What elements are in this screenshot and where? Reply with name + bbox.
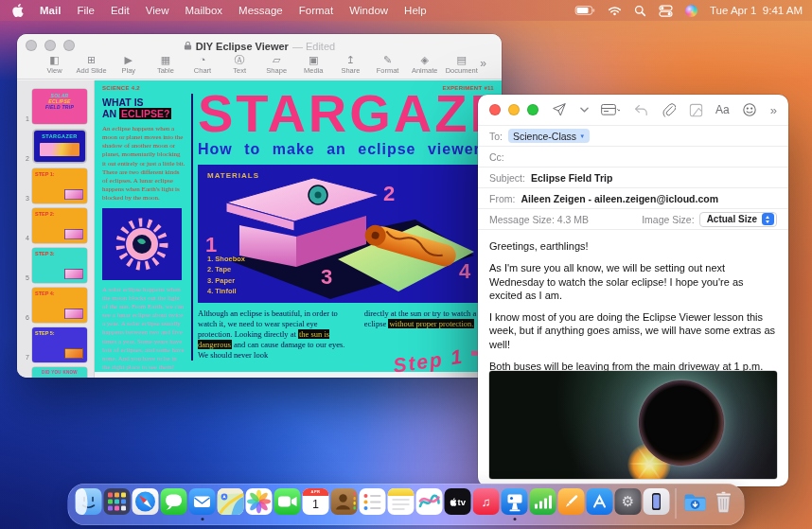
materials-item: 2. Tape [207,264,245,274]
wifi-icon[interactable] [608,5,622,16]
header-fields-button[interactable] [601,103,620,117]
menu-edit[interactable]: Edit [111,5,130,16]
image-size-select[interactable]: Actual Size [699,212,777,227]
materials-item: 3. Paper [207,275,245,286]
toolbar-media[interactable]: ▣Media [295,55,332,75]
dock-freeform[interactable] [416,488,443,515]
slide-thumbnail-4[interactable]: STEP 2: [32,208,87,243]
dock-numbers[interactable] [530,488,556,515]
dock-messages[interactable] [161,488,187,515]
emoji-icon[interactable] [742,102,757,117]
menu-format[interactable]: Format [299,5,333,16]
toolbar-add-slide[interactable]: ⊞Add Slide [73,55,110,75]
menu-help[interactable]: Help [404,5,427,16]
toolbar-overflow-chevron[interactable]: » [480,55,486,70]
slide-thumbnail-1[interactable]: SOLAR ECLIPSE FIELD TRIP [32,89,87,124]
siri-icon[interactable] [685,5,697,17]
toolbar-table[interactable]: ▦Table [147,55,184,75]
keynote-window: DIY Eclipse Viewer — Edited ◧View ⊞Add S… [17,34,502,378]
dock-reminders[interactable] [360,488,386,515]
play-icon: ▶ [125,55,132,66]
menu-mailbox[interactable]: Mailbox [185,5,222,16]
slide-course-label: SCIENCE 4.2 [102,85,140,91]
minimize-button[interactable] [508,104,520,115]
running-indicator [201,518,203,520]
dock-pages[interactable] [558,488,585,515]
close-button[interactable] [26,40,37,51]
gear-icon: ⚙ [622,493,634,510]
to-field[interactable]: To: Science-Class▼ [478,126,788,147]
slide-stargazer[interactable]: SCIENCE 4.2 EXPERIMENT #11 WHAT IS AN EC… [95,80,502,372]
dock-keynote[interactable] [502,488,528,515]
dock-settings[interactable]: ⚙ [615,488,642,515]
dock-maps[interactable] [218,488,244,515]
slide-thumbnail-2-selected[interactable]: STARGAZER [34,131,85,162]
mail-toolbar: Aa » [478,95,788,126]
slide-thumbnail-8[interactable]: DID YOU KNOW [32,367,87,378]
sun-illustration [102,208,182,280]
insert-photo-icon[interactable] [689,103,703,117]
slide-thumbnail-5[interactable]: STEP 3: [32,248,87,283]
dock-contacts[interactable] [331,488,358,515]
toolbar-text[interactable]: ⒶText [221,55,258,75]
send-button[interactable] [552,102,567,117]
add-slide-icon: ⊞ [87,55,96,66]
chevron-down-icon: ▼ [579,133,585,139]
materials-box: 1 2 3 4 MATERIALS 1. Shoebox 2. Tape 3. … [198,165,482,303]
close-button[interactable] [489,104,501,115]
menu-app-mail[interactable]: Mail [40,5,61,16]
apple-menu[interactable] [12,4,24,17]
control-center-icon[interactable] [659,5,673,17]
toolbar-share[interactable]: ↥Share [332,55,369,75]
dock-mail[interactable] [189,488,216,515]
dock-photos[interactable] [246,488,273,515]
toolbar-document[interactable]: ▤Document [443,55,480,75]
message-size-row: Message Size: 4.3 MB Image Size: Actual … [478,209,788,230]
toolbar-chart[interactable]: ◔Chart [184,55,221,75]
svg-text:3: 3 [321,265,332,289]
dock-appletv[interactable]: tv [445,488,471,515]
cc-field[interactable]: Cc: [478,147,788,168]
dock-safari[interactable] [132,488,159,515]
dock-iphone-mirroring[interactable] [644,488,670,515]
menu-view[interactable]: View [146,5,169,16]
toolbar-overflow-chevron[interactable]: » [770,103,777,117]
format-text-button[interactable]: Aa [715,103,730,116]
from-field[interactable]: From: Aileen Zeigen - aileen.zeigen@iclo… [478,188,788,209]
battery-icon[interactable] [574,5,595,16]
menu-message[interactable]: Message [238,5,283,16]
toolbar-format[interactable]: ✎Format [369,55,406,75]
dock-trash[interactable] [711,488,737,515]
eclipse-photo-attachment[interactable] [489,371,777,479]
toolbar-play[interactable]: ▶Play [110,55,147,75]
dock-finder[interactable] [76,488,102,515]
selected-slide-highlight: STARGAZER [32,129,87,164]
dock-calendar[interactable]: APR1 [303,488,329,515]
dock-music[interactable]: ♫ [473,488,500,515]
dock-facetime[interactable] [274,488,301,515]
toolbar-view[interactable]: ◧View [36,55,73,75]
minimize-button[interactable] [44,40,56,51]
zoom-button[interactable] [527,104,538,115]
reply-indicator-icon[interactable] [633,103,649,117]
attach-icon[interactable] [662,102,676,117]
dock-downloads[interactable] [682,488,709,515]
materials-heading: MATERIALS [207,171,259,180]
dock-notes[interactable] [388,488,415,515]
zoom-button[interactable] [63,40,75,51]
slide-thumbnail-6[interactable]: STEP 4: [32,288,87,323]
slide-thumbnail-3[interactable]: STEP 1: [32,168,87,203]
slide-thumbnail-7[interactable]: STEP 5: [32,327,87,362]
toolbar-shape[interactable]: ▱Shape [258,55,295,75]
toolbar-animate[interactable]: ◈Animate [406,55,443,75]
dock-appstore[interactable] [587,488,613,515]
dock-launchpad[interactable] [104,488,131,515]
recipient-token[interactable]: Science-Class▼ [508,129,590,143]
send-options-chevron[interactable] [580,107,589,113]
menu-window[interactable]: Window [349,5,388,16]
menu-clock[interactable]: Tue Apr 1 9:41 AM [710,5,803,16]
slide-navigator: 1 SOLAR ECLIPSE FIELD TRIP 2 STARGAZER 3… [17,80,95,378]
menu-file[interactable]: File [77,5,95,16]
search-icon[interactable] [634,5,646,17]
subject-field[interactable]: Subject: Eclipse Field Trip [478,168,788,188]
